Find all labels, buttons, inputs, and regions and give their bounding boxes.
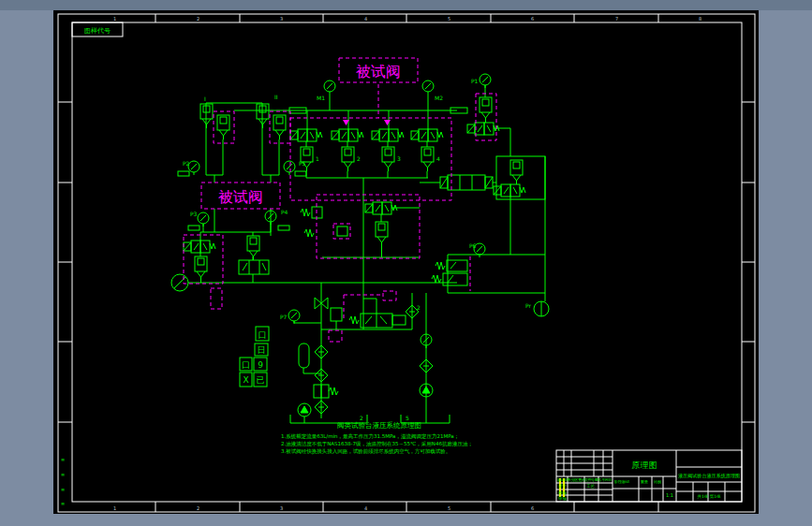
zone-number: 4 xyxy=(364,505,367,511)
component-label: 1 xyxy=(316,155,319,162)
component-label: P4 xyxy=(281,209,288,215)
svg-text:≡: ≡ xyxy=(61,501,65,506)
legend-symbols: 口 日 口 9 X 已 xyxy=(240,327,269,387)
svg-text:已: 已 xyxy=(257,375,265,385)
sheet-info: 共1张 第1张 xyxy=(697,494,721,499)
cartridge-valve xyxy=(217,115,229,139)
corner-label-text: 图样代号 xyxy=(84,27,111,35)
solenoid-valve xyxy=(290,129,322,141)
component-label: II xyxy=(274,94,278,100)
component-label: P2 xyxy=(183,160,190,167)
solenoid-valve xyxy=(372,129,404,141)
cad-viewport: 12345678 123456 图样代号 ≡ ≡ ≡ ≡ xyxy=(0,0,812,526)
solenoid-valve xyxy=(411,129,443,141)
svg-text:9: 9 xyxy=(258,360,263,370)
schematic-caption: 阀类试验台液压系统原理图 xyxy=(337,421,421,430)
component-label: 4 xyxy=(436,155,440,162)
svg-text:X: X xyxy=(243,375,248,385)
zone-number: 5 xyxy=(448,16,450,22)
test-valve-label: 被试阀 xyxy=(218,188,263,206)
pressure-gauge xyxy=(188,161,199,175)
zone-number: 3 xyxy=(280,16,283,22)
drawing-canvas[interactable]: 12345678 123456 图样代号 ≡ ≡ ≡ ≡ xyxy=(53,10,759,514)
relief-valve xyxy=(447,260,467,271)
zone-number: 6 xyxy=(531,16,534,22)
solenoid-valve xyxy=(332,129,363,141)
marker-triangle xyxy=(384,120,391,125)
component-label: 2 xyxy=(417,304,421,311)
title-block-row-label: 审核 xyxy=(558,496,568,501)
cartridge-valve xyxy=(301,147,313,171)
cartridge-valve xyxy=(342,147,354,171)
svg-text:≡: ≡ xyxy=(61,457,65,462)
solenoid-valve xyxy=(184,241,215,253)
accumulator xyxy=(299,343,309,368)
title-block-row-label: 校核 xyxy=(558,490,568,495)
drawing-title: 原理图 xyxy=(632,460,657,470)
relief-valve xyxy=(443,273,467,285)
component-label: 2 xyxy=(357,155,361,162)
pilot-relief-valve xyxy=(331,308,342,321)
viewport-top-strip xyxy=(0,0,812,10)
component-label: P3 xyxy=(190,211,198,217)
zone-number: 5 xyxy=(448,505,450,511)
pressure-gauge xyxy=(284,161,295,175)
component-label: P6 xyxy=(469,242,477,249)
note-line: 2.油液清洁度不低于NAS1638-7级，油温控制在35～55℃，采用N46抗磨… xyxy=(281,441,473,447)
svg-text:≡: ≡ xyxy=(61,487,65,492)
component-label: P5 xyxy=(299,160,306,167)
pressure-gauge xyxy=(422,80,434,95)
component-label: 3 xyxy=(397,155,401,162)
title-block-row-label: 设计 xyxy=(558,483,568,489)
component-label: M1 xyxy=(317,95,325,101)
component-label: M2 xyxy=(435,95,443,101)
cartridge-valve xyxy=(382,147,394,171)
zone-number: 3 xyxy=(280,505,283,511)
hydraulic-circuit: 口 日 口 9 X 已 xyxy=(171,74,549,423)
svg-text:口: 口 xyxy=(258,330,267,340)
zone-number: 7 xyxy=(615,16,618,22)
title-block-row-label: 工艺 xyxy=(586,483,596,489)
component-label: 2 xyxy=(360,415,363,421)
component-label: P7 xyxy=(280,314,288,320)
zone-number: 2 xyxy=(197,16,199,22)
pilot-valve xyxy=(337,226,347,236)
note-line: 3.被试阀经快换接头接入回路，试验前须排尽系统内空气，方可加载试验。 xyxy=(281,448,450,455)
svg-text:日: 日 xyxy=(258,345,266,355)
note-line: 1.系统额定流量63L/min，最高工作压力31.5MPa，溢流阀调定压力21M… xyxy=(281,433,459,440)
hydraulic-pump xyxy=(298,403,311,416)
test-group-box xyxy=(290,118,451,200)
stage-label: 重量 xyxy=(640,479,648,484)
highlight-layer: 被试阀 被试阀 xyxy=(184,58,496,342)
component-label: 5 xyxy=(406,415,409,421)
zone-number: 8 xyxy=(699,16,701,22)
zone-number: 4 xyxy=(364,16,367,22)
title-block: 标记 处数 分区 更改文件号 签名 年月日 设计 校核 审核 工艺 原理图 阶段… xyxy=(556,450,742,502)
technical-notes: 1.系统额定流量63L/min，最高工作压力31.5MPa，溢流阀调定压力21M… xyxy=(281,433,473,455)
component-label: P1 xyxy=(471,78,479,84)
pressure-gauge xyxy=(534,301,549,316)
zone-number: 1 xyxy=(113,505,116,511)
zone-numbers-top: 12345678 xyxy=(113,16,701,22)
stage-label: 阶段标记 xyxy=(614,479,629,485)
zone-number: 6 xyxy=(531,505,534,511)
scale-value: 1:1 xyxy=(666,492,673,498)
product-name: 液压阀试验台液压系统原理图 xyxy=(678,473,740,479)
zone-number: 2 xyxy=(197,505,199,511)
component-label: I xyxy=(204,95,206,102)
valve-block xyxy=(496,156,545,199)
proportional-valve xyxy=(448,175,485,190)
svg-text:口: 口 xyxy=(242,360,250,370)
stage-label: 比例 xyxy=(654,479,661,485)
solenoid-valve xyxy=(494,184,525,197)
zone-number: 1 xyxy=(113,16,116,22)
svg-text:≡: ≡ xyxy=(61,472,65,477)
zone-numbers-bottom: 123456 xyxy=(113,505,534,511)
drawing-sheet: 12345678 123456 图样代号 ≡ ≡ ≡ ≡ xyxy=(53,10,759,514)
cartridge-valve xyxy=(273,115,286,139)
margin-marks: ≡ ≡ ≡ ≡ xyxy=(61,457,65,506)
cartridge-valve xyxy=(421,147,434,171)
component-label: Pr xyxy=(525,302,532,309)
pressure-gauge xyxy=(324,80,335,95)
test-valve-label: 被试阀 xyxy=(356,63,401,80)
